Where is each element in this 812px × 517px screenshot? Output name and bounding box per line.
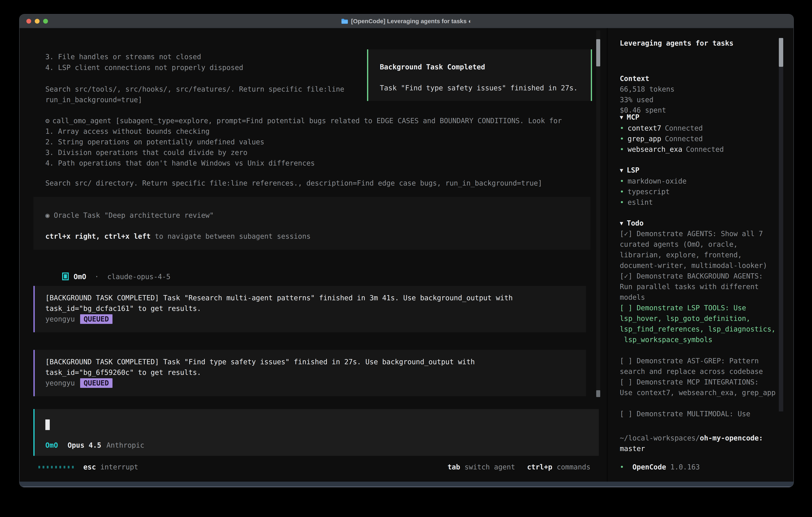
green-dot-icon: •	[620, 176, 624, 187]
context-heading: Context	[620, 73, 780, 84]
sidebar-scrollbar-thumb[interactable]	[779, 38, 783, 67]
todo-line: lsp_workspace_symbols	[620, 334, 784, 345]
main-scrollbar-track	[596, 30, 600, 397]
traffic-lights	[26, 15, 48, 28]
tool-call-text: call_omo_agent [subagent_type=explore, p…	[52, 117, 562, 125]
agent-model: claude-opus-4-5	[107, 273, 170, 281]
background-task-notification: Background Task Completed Task "Find typ…	[367, 49, 592, 101]
todo-list: [✓] Demonstrate AGENTS: Show all 7curate…	[620, 228, 784, 419]
lsp-item: • eslint	[620, 197, 780, 208]
app-name: OpenCode	[632, 463, 666, 471]
minimize-window-button[interactable]	[35, 19, 39, 24]
mcp-item-status: Connected	[665, 123, 703, 134]
lsp-section-header[interactable]: ▼ LSP	[620, 165, 780, 175]
sidebar-scrollbar-track	[779, 38, 783, 411]
todo-line: librarian, explore, frontend,	[620, 250, 784, 260]
scrollback-line: 4. LSP client connections not properly d…	[46, 62, 243, 73]
tab-key-hint: tab	[447, 462, 460, 472]
oracle-icon: ◉	[46, 211, 50, 219]
gear-icon: ⚙	[46, 117, 50, 125]
scrollback-line: run_in_background=true]	[46, 94, 142, 105]
esc-key-label: interrupt	[100, 462, 138, 472]
spinner-dot-icon	[72, 466, 74, 468]
version-line: • OpenCode 1.0.163	[620, 462, 780, 472]
chevron-down-icon: ▼	[620, 165, 623, 175]
mcp-item-name: context7	[628, 123, 661, 134]
active-model-name[interactable]: Opus 4.5	[67, 440, 101, 451]
window-bottom-bar	[20, 482, 793, 487]
agent-name: OmO	[74, 273, 86, 281]
mcp-item: • context7 Connected	[620, 123, 780, 134]
status-badge: QUEUED	[80, 314, 113, 324]
lsp-item-list: • markdown-oxide • typescript • eslint	[620, 176, 780, 208]
task-user: yeongyu	[46, 379, 75, 387]
prompt-input[interactable]: OmO Opus 4.5 Anthropic	[33, 409, 599, 456]
chevron-down-icon: ▼	[620, 112, 623, 123]
main-scrollbar-thumb[interactable]	[596, 39, 600, 66]
todo-line: models	[620, 292, 784, 303]
status-badge: QUEUED	[80, 378, 113, 388]
todo-line: [ ] Demonstrate MULTIMODAL: Use	[620, 409, 784, 419]
zoom-window-button[interactable]	[43, 19, 48, 24]
bug-list-item: 2. String operations on potentially unde…	[46, 137, 315, 147]
terminal-window: [OpenCode] Leveraging agents for tasks ◐…	[19, 14, 794, 487]
lsp-item-name: eslint	[628, 197, 653, 208]
bug-list: 1. Array access without bounds checking2…	[46, 126, 315, 168]
tab-key-label: switch agent	[465, 462, 515, 472]
todo-line: [ ] Demonstrate AST-GREP: Pattern	[620, 356, 784, 366]
lsp-item: • typescript	[620, 187, 780, 197]
todo-line: [ ] Demonstrate MCP INTEGRATIONS:	[620, 377, 784, 387]
spinner-dot-icon	[38, 466, 40, 468]
mcp-item-name: websearch_exa	[628, 144, 682, 155]
spinner-dot-icon	[63, 466, 65, 468]
todo-line	[620, 398, 784, 409]
esc-key-hint: esc	[83, 462, 96, 472]
oracle-title: Oracle Task "Deep architecture review"	[54, 211, 214, 219]
task-message-line: [BACKGROUND TASK COMPLETED] Task "Resear…	[46, 293, 586, 303]
mcp-item: • grep_app Connected	[620, 134, 780, 144]
todo-section-header[interactable]: ▼ Todo	[620, 218, 780, 228]
green-dot-icon: •	[620, 134, 624, 144]
todo-line: [ ] Demonstrate LSP TOOLS: Use	[620, 303, 784, 313]
workspace-path: ~/local-workspaces/oh-my-opencode:	[620, 433, 780, 443]
todo-line: search and replace across codebase	[620, 366, 784, 377]
mcp-item-name: grep_app	[628, 134, 661, 144]
lsp-heading: LSP	[627, 165, 639, 175]
active-agent-name: OmO	[46, 440, 58, 451]
tool-call-line: ⚙call_omo_agent [subagent_type=explore, …	[46, 115, 562, 126]
mcp-item-list: • context7 Connected • grep_app Connecte…	[620, 123, 780, 155]
session-title: Leveraging agents for tasks	[620, 38, 780, 49]
lsp-item-name: markdown-oxide	[628, 176, 687, 187]
todo-line: document-writer, multimodal-looker)	[620, 260, 784, 271]
separator-dot: ·	[95, 273, 99, 281]
todo-line: lsp_hover, lsp_goto_definition,	[620, 313, 784, 324]
lsp-item: • markdown-oxide	[620, 176, 780, 187]
text-cursor	[46, 419, 50, 430]
context-used: 33% used	[620, 94, 780, 105]
mcp-item: • websearch_exa Connected	[620, 144, 780, 155]
main-scrollbar-bottom-thumb[interactable]	[596, 390, 600, 397]
green-dot-icon: •	[620, 123, 624, 134]
spinner-dot-icon	[68, 466, 69, 468]
app-version: 1.0.163	[670, 463, 700, 471]
mcp-section-header[interactable]: ▼ MCP	[620, 112, 780, 123]
close-window-button[interactable]	[26, 19, 31, 24]
workspace-branch: master	[620, 443, 780, 454]
window-titlebar: [OpenCode] Leveraging agents for tasks ◐	[20, 15, 793, 28]
workspace-repo: oh-my-opencode:	[700, 434, 763, 442]
statusbar-left: esc interrupt	[38, 462, 138, 472]
spinner-dot-icon	[55, 466, 57, 468]
background-task-card: [BACKGROUND TASK COMPLETED] Task "Resear…	[33, 286, 586, 332]
todo-line: lsp_find_references, lsp_diagnostics,	[620, 324, 784, 334]
scrollback-line: Search src/tools/, src/hooks/, src/featu…	[46, 84, 344, 94]
todo-line: Use context7, websearch_exa, grep_app	[620, 387, 784, 398]
scrollback-line: 3. File handles or streams not closed	[46, 52, 201, 62]
background-task-card: [BACKGROUND TASK COMPLETED] Task "Find t…	[33, 350, 586, 396]
bug-list-item: 3. Division operations that could divide…	[46, 147, 315, 158]
spinner-dots	[38, 466, 76, 468]
task-user: yeongyu	[46, 315, 75, 323]
bug-list-item: 1. Array access without bounds checking	[46, 126, 315, 137]
oracle-task-card: ◉ Oracle Task "Deep architecture review"…	[33, 197, 590, 250]
shortcut-hint: to navigate between subagent sessions	[151, 232, 311, 240]
todo-line: [✓] Demonstrate AGENTS: Show all 7	[620, 228, 784, 239]
